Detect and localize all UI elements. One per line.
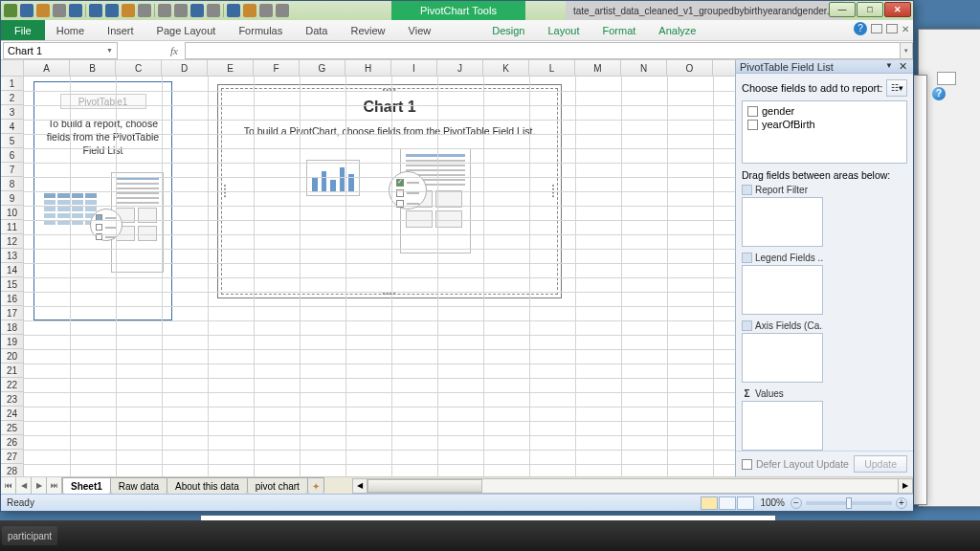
column-header[interactable]: M — [575, 60, 621, 76]
close-button[interactable]: ✕ — [884, 2, 911, 17]
column-header[interactable]: F — [254, 60, 300, 76]
page-break-view-button[interactable] — [737, 496, 754, 510]
horizontal-scrollbar[interactable]: ◀ ▶ — [352, 477, 913, 494]
report-filter-area[interactable]: Report Filter — [742, 183, 823, 247]
ribbon-tab-home[interactable]: Home — [45, 20, 96, 40]
qat-icon[interactable] — [36, 4, 50, 17]
sheet-nav-prev[interactable]: ◀ — [16, 477, 32, 494]
row-header[interactable]: 15 — [1, 277, 23, 292]
ribbon-tab-review[interactable]: Review — [339, 20, 396, 40]
minimize-button[interactable]: — — [829, 2, 856, 17]
zoom-slider[interactable] — [806, 501, 892, 505]
ribbon-tab-design[interactable]: Design — [480, 20, 536, 40]
ribbon-min-icon[interactable] — [871, 24, 882, 33]
field-list-dropdown-icon[interactable]: ▼ — [882, 61, 896, 73]
zoom-level[interactable]: 100% — [760, 497, 785, 508]
row-header[interactable]: 6 — [1, 148, 23, 163]
row-header[interactable]: 7 — [1, 163, 23, 177]
row-header[interactable]: 16 — [1, 292, 23, 306]
values-area[interactable]: ΣValues — [742, 386, 823, 451]
workbook-restore-icon[interactable] — [886, 24, 898, 33]
row-header[interactable]: 27 — [1, 450, 23, 464]
normal-view-button[interactable] — [701, 496, 718, 510]
row-header[interactable]: 11 — [1, 220, 23, 234]
ribbon-tab-page-layout[interactable]: Page Layout — [145, 20, 228, 40]
qat-icon[interactable] — [227, 4, 240, 17]
row-header[interactable]: 25 — [1, 421, 23, 435]
redo-icon[interactable] — [105, 4, 119, 17]
row-header[interactable]: 22 — [1, 378, 23, 392]
sheet-nav-first[interactable]: ⏮ — [1, 477, 16, 494]
column-header[interactable]: G — [300, 60, 345, 76]
column-header[interactable]: E — [208, 60, 254, 76]
row-header[interactable]: 23 — [1, 392, 23, 407]
qat-icon[interactable] — [243, 4, 256, 17]
column-header[interactable]: L — [529, 60, 575, 76]
sheet-tab-active[interactable]: Sheet1 — [62, 477, 111, 494]
row-header[interactable]: 9 — [1, 191, 23, 206]
qat-icon[interactable] — [69, 4, 82, 17]
row-header[interactable]: 1 — [1, 77, 23, 91]
workbook-close-icon[interactable]: ✕ — [902, 24, 909, 34]
field-yearOfBirth[interactable]: yearOfBirth — [746, 118, 903, 131]
file-tab[interactable]: File — [1, 20, 45, 40]
page-layout-view-button[interactable] — [719, 496, 736, 510]
qat-more-icon[interactable] — [276, 4, 289, 17]
qat-icon[interactable] — [207, 4, 220, 17]
column-header[interactable]: K — [483, 60, 529, 76]
column-header[interactable]: J — [437, 60, 483, 76]
column-header[interactable]: C — [116, 60, 162, 76]
formula-bar-expand-icon[interactable]: ▾ — [900, 42, 913, 59]
row-header[interactable]: 5 — [1, 134, 23, 148]
defer-layout-checkbox[interactable] — [742, 459, 752, 470]
row-header[interactable]: 14 — [1, 263, 23, 277]
row-header[interactable]: 20 — [1, 349, 23, 364]
row-header[interactable]: 4 — [1, 120, 23, 134]
undo-icon[interactable] — [89, 4, 102, 17]
column-header[interactable]: N — [621, 60, 667, 76]
row-header[interactable]: 10 — [1, 206, 23, 220]
formula-bar[interactable] — [185, 42, 900, 59]
row-header[interactable]: 17 — [1, 306, 23, 320]
row-header[interactable]: 28 — [1, 464, 23, 476]
column-header[interactable]: B — [70, 60, 116, 76]
help-icon[interactable]: ? — [854, 22, 867, 35]
ribbon-tab-insert[interactable]: Insert — [96, 20, 145, 40]
ribbon-tab-formulas[interactable]: Formulas — [227, 20, 294, 40]
column-header[interactable]: A — [24, 60, 70, 76]
field-list-box[interactable]: genderyearOfBirth — [742, 100, 907, 164]
qat-icon[interactable] — [53, 4, 66, 17]
zoom-out-button[interactable]: − — [791, 497, 802, 509]
field-checkbox[interactable] — [747, 120, 758, 130]
sheet-nav-next[interactable]: ▶ — [32, 477, 47, 494]
column-header[interactable]: H — [345, 60, 391, 76]
sheet-nav-last[interactable]: ⏭ — [47, 477, 62, 494]
field-checkbox[interactable] — [747, 106, 758, 117]
ribbon-tab-view[interactable]: View — [397, 20, 443, 40]
taskbar-item[interactable]: participant — [2, 526, 57, 545]
row-header[interactable]: 8 — [1, 177, 23, 191]
field-list-close-icon[interactable]: ✕ — [896, 60, 909, 73]
sheet-tab[interactable]: About this data — [167, 477, 248, 494]
scrollbar-thumb[interactable] — [368, 479, 482, 493]
qat-icon[interactable] — [190, 4, 204, 17]
field-list-layout-button[interactable]: ☷▾ — [886, 79, 907, 97]
row-header[interactable]: 26 — [1, 435, 23, 450]
select-all-corner[interactable] — [1, 60, 24, 76]
worksheet-grid[interactable]: ABCDEFGHIJKLMNO 123456789101112131415161… — [1, 60, 735, 476]
ribbon-tab-layout[interactable]: Layout — [536, 20, 590, 40]
axis-fields-area[interactable]: Axis Fields (Ca... — [742, 319, 823, 383]
row-header[interactable]: 18 — [1, 320, 23, 335]
update-button[interactable]: Update — [854, 455, 907, 473]
qat-icon[interactable] — [122, 4, 135, 17]
column-header[interactable]: I — [391, 60, 437, 76]
row-header[interactable]: 2 — [1, 91, 23, 105]
scroll-left-icon[interactable]: ◀ — [352, 478, 368, 494]
name-box[interactable]: Chart 1 ▼ — [3, 42, 118, 59]
row-header[interactable]: 3 — [1, 105, 23, 120]
sheet-tab[interactable]: pivot chart — [247, 477, 308, 494]
new-sheet-button[interactable]: ✦ — [307, 477, 324, 494]
quick-access-toolbar[interactable] — [1, 4, 292, 17]
taskbar[interactable]: participant — [0, 520, 980, 551]
column-header[interactable]: D — [162, 60, 208, 76]
